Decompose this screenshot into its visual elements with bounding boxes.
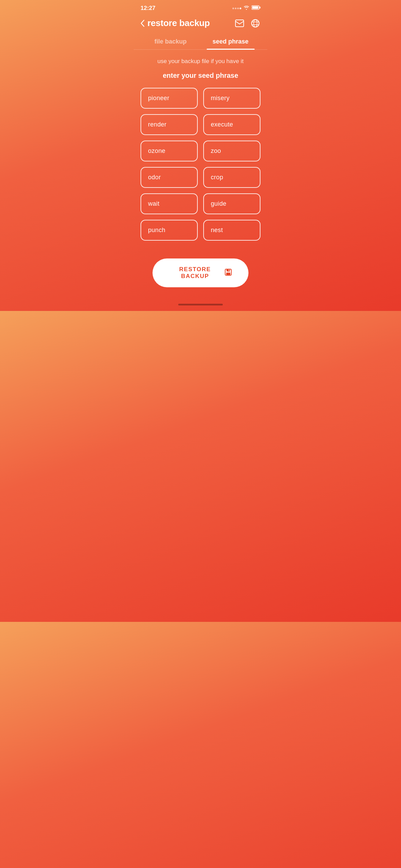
cellular-icon <box>232 8 241 9</box>
status-bar: 12:27 <box>134 0 267 14</box>
home-indicator <box>178 304 223 305</box>
svg-rect-10 <box>226 273 230 275</box>
header-left: restore backup <box>141 18 210 28</box>
word-input-5[interactable] <box>141 141 198 161</box>
tab-seed-phrase[interactable]: seed phrase <box>200 34 260 49</box>
tab-file-backup[interactable]: file backup <box>141 34 200 49</box>
save-icon <box>224 268 232 278</box>
battery-icon <box>252 5 260 11</box>
tabs: file backup seed phrase <box>134 34 267 50</box>
word-grid <box>134 88 267 241</box>
header-right <box>234 18 260 28</box>
word-input-3[interactable] <box>141 114 198 135</box>
phrase-heading: enter your seed phrase <box>134 72 267 80</box>
word-input-2[interactable] <box>203 88 260 109</box>
svg-rect-3 <box>235 20 244 27</box>
word-input-9[interactable] <box>141 193 198 214</box>
word-input-11[interactable] <box>141 220 198 241</box>
wifi-icon <box>243 5 250 11</box>
header: restore backup <box>134 14 267 34</box>
back-button[interactable] <box>141 20 145 27</box>
restore-backup-button[interactable]: RESTORE BACKUP <box>153 258 248 287</box>
word-input-1[interactable] <box>141 88 198 109</box>
restore-button-label: RESTORE BACKUP <box>169 266 221 280</box>
status-time: 12:27 <box>141 5 155 12</box>
mail-icon[interactable] <box>234 18 245 28</box>
svg-rect-9 <box>227 269 230 272</box>
svg-point-5 <box>254 20 257 27</box>
word-input-4[interactable] <box>203 114 260 135</box>
word-input-7[interactable] <box>141 167 198 188</box>
word-input-10[interactable] <box>203 193 260 214</box>
word-input-6[interactable] <box>203 141 260 161</box>
svg-rect-11 <box>229 269 229 271</box>
subtitle: use your backup file if you have it <box>134 55 267 72</box>
bottom-area: RESTORE BACKUP <box>134 252 267 301</box>
svg-rect-2 <box>252 6 258 9</box>
globe-icon[interactable] <box>250 18 260 28</box>
page-title: restore backup <box>147 18 210 28</box>
word-input-8[interactable] <box>203 167 260 188</box>
word-input-12[interactable] <box>203 220 260 241</box>
status-icons <box>232 5 260 11</box>
svg-point-4 <box>252 20 259 27</box>
svg-rect-1 <box>259 7 260 9</box>
